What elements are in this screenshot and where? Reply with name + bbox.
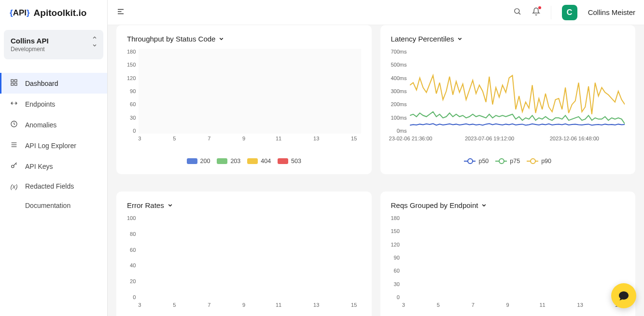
svg-point-10 <box>12 165 14 167</box>
card-title-errors[interactable]: Error Rates <box>127 201 361 209</box>
svg-line-17 <box>518 13 520 14</box>
svg-rect-3 <box>14 83 17 85</box>
chart-errors: 100806040200 3579111315 <box>127 215 361 312</box>
sidebar-item-label: Documentation <box>25 202 70 209</box>
chevron-down-icon <box>457 36 463 42</box>
sidebar-item-label: Endpoints <box>25 100 55 108</box>
clock-icon <box>10 120 18 129</box>
arrows-icon <box>10 99 18 109</box>
card-title-throughput[interactable]: Throughput by Status Code <box>127 35 361 43</box>
card-reqs: Reqs Grouped by Endpoint 180150120906030… <box>380 192 636 316</box>
sidebar-item-log-explorer[interactable]: API Log Explorer <box>0 135 107 156</box>
sidebar-item-label: Anomalies <box>25 121 56 129</box>
variable-icon: (x) <box>10 183 18 190</box>
grid-icon <box>10 79 18 88</box>
menu-toggle-icon[interactable] <box>116 7 125 18</box>
card-errors: Error Rates 100806040200 3579111315 404 … <box>116 192 372 316</box>
chart-latency: 700ms500ms400ms300ms200ms100ms0ms 23-02-… <box>391 49 625 145</box>
svg-rect-1 <box>14 80 17 82</box>
search-icon[interactable] <box>513 7 521 17</box>
sidebar-item-dashboard[interactable]: Dashboard <box>0 73 107 94</box>
user-name: Collins Meister <box>588 8 635 16</box>
svg-point-16 <box>514 9 519 14</box>
list-icon <box>10 141 18 150</box>
card-title-reqs[interactable]: Reqs Grouped by Endpoint <box>391 201 625 209</box>
card-throughput: Throughput by Status Code 18015012090603… <box>116 25 372 174</box>
sidebar-item-redacted[interactable]: (x) Redacted Fields <box>0 177 107 196</box>
project-env: Development <box>11 46 97 53</box>
card-latency: Latency Percentiles 700ms500ms400ms300ms… <box>380 25 636 174</box>
sidebar-item-label: API Keys <box>25 163 53 170</box>
nav: Dashboard Endpoints Anomalies API Log Ex… <box>0 69 107 219</box>
svg-rect-0 <box>11 80 14 82</box>
topbar: C Collins Meister <box>108 0 644 25</box>
key-icon <box>10 162 18 171</box>
sidebar: {API} Apitoolkit.io Collins API Developm… <box>0 0 108 316</box>
logo-text: Apitoolkit.io <box>34 8 87 18</box>
sidebar-item-anomalies[interactable]: Anomalies <box>0 114 107 135</box>
sidebar-item-docs[interactable]: Documentation <box>0 196 107 215</box>
chevron-up-icon <box>92 35 98 41</box>
legend-latency: p50 p75 p90 <box>391 158 625 165</box>
sidebar-item-label: Redacted Fields <box>25 182 74 190</box>
chart-throughput: 1801501209060300 3579111315 <box>127 49 361 145</box>
logo[interactable]: {API} Apitoolkit.io <box>0 0 107 26</box>
svg-line-12 <box>15 164 16 165</box>
logo-icon: {API} <box>10 8 30 18</box>
svg-rect-2 <box>11 83 14 85</box>
chevron-down-icon <box>167 202 173 208</box>
chart-reqs: 1801501209060300 3579111315 <box>391 215 625 312</box>
chat-bubble-icon[interactable] <box>611 283 636 308</box>
sidebar-item-endpoints[interactable]: Endpoints <box>0 94 107 114</box>
sidebar-item-label: API Log Explorer <box>25 142 76 150</box>
project-selector[interactable]: Collins API Development <box>4 30 103 59</box>
chevron-down-icon <box>218 36 224 42</box>
sidebar-item-api-keys[interactable]: API Keys <box>0 156 107 177</box>
sidebar-item-label: Dashboard <box>25 80 58 87</box>
legend-throughput: 200 203 404 503 <box>127 158 361 165</box>
chevron-down-icon <box>92 42 98 48</box>
chevron-down-icon <box>481 202 487 208</box>
card-title-latency[interactable]: Latency Percentiles <box>391 35 625 43</box>
avatar[interactable]: C <box>562 5 577 20</box>
bell-icon[interactable] <box>532 7 540 17</box>
project-name: Collins API <box>11 37 97 45</box>
